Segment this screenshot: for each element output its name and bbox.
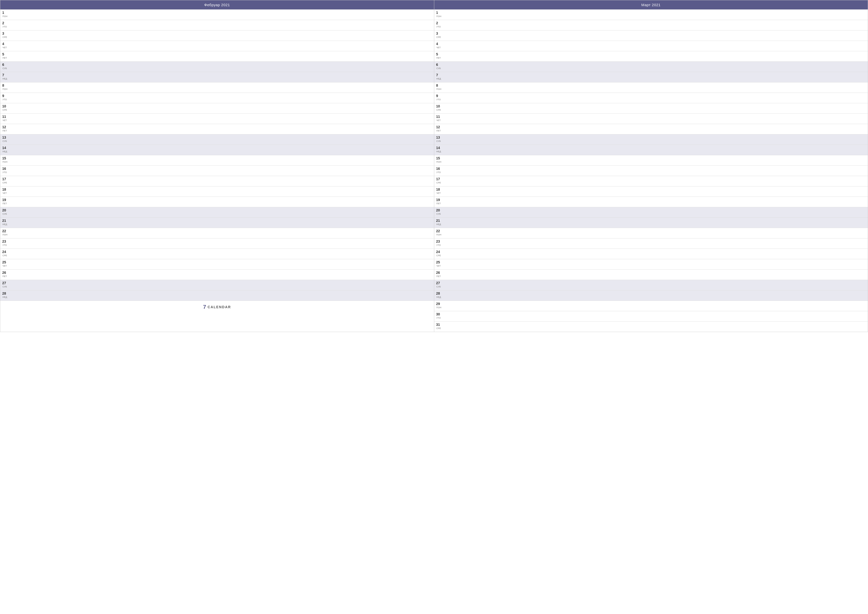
day-cell: 4ЧЕТ (2, 42, 8, 49)
day-row[interactable]: 21НЕД (0, 218, 434, 228)
day-number: 5 (2, 52, 8, 56)
day-row[interactable]: 4ЧЕТ (0, 40, 434, 51)
day-row[interactable]: 25ЧЕТ (0, 259, 434, 269)
day-number: 19 (436, 198, 442, 202)
day-row[interactable]: 9УТО (434, 93, 868, 103)
day-row[interactable]: 1ПОН (434, 9, 868, 20)
day-row[interactable]: 3СРЕ (0, 30, 434, 40)
day-name: УТО (3, 98, 8, 101)
day-name: НЕД (3, 150, 8, 153)
day-row[interactable]: 4ЧЕТ (434, 40, 868, 51)
day-number: 18 (436, 187, 442, 191)
day-row[interactable]: 27СУБ (0, 280, 434, 290)
day-row[interactable]: 23УТО (0, 238, 434, 249)
day-row[interactable]: 22ПОН (0, 228, 434, 238)
day-cell: 20СУБ (436, 208, 442, 215)
day-row[interactable]: 8ПОН (0, 82, 434, 93)
day-cell: 31СРЕ (436, 323, 442, 330)
day-row[interactable]: 16УТО (434, 165, 868, 176)
day-row[interactable]: 6СУБ (0, 61, 434, 72)
day-row[interactable]: 12ПЕТ (0, 124, 434, 134)
day-row[interactable]: 8ПОН (434, 82, 868, 93)
day-name: ПОН (437, 306, 442, 309)
day-row[interactable]: 20СУБ (434, 207, 868, 218)
day-row[interactable]: 17СРЕ (434, 176, 868, 186)
day-row[interactable]: 26ПЕТ (434, 269, 868, 280)
day-row[interactable]: 23УТО (434, 238, 868, 249)
day-row[interactable]: 31СРЕ (434, 321, 868, 332)
day-row[interactable]: 19ПЕТ (434, 197, 868, 207)
day-cell: 13СУБ (436, 135, 442, 142)
day-row[interactable]: 29ПОН (434, 300, 868, 311)
day-row[interactable]: 18ЧЕТ (0, 186, 434, 197)
day-row[interactable]: 10СРЕ (0, 103, 434, 113)
day-row[interactable]: 27СУБ (434, 280, 868, 290)
day-row[interactable]: 5ПЕТ (434, 51, 868, 61)
day-cell: 16УТО (436, 166, 442, 174)
day-name: ПОН (437, 161, 442, 163)
day-row[interactable]: 12ПЕТ (434, 124, 868, 134)
day-row[interactable]: 2УТО (434, 20, 868, 30)
day-row[interactable]: 22ПОН (434, 228, 868, 238)
day-row[interactable]: 24СРЕ (0, 249, 434, 259)
day-row[interactable]: 3СРЕ (434, 30, 868, 40)
day-cell: 15ПОН (2, 156, 8, 163)
day-row[interactable]: 6СУБ (434, 61, 868, 72)
day-row[interactable]: 26ПЕТ (0, 269, 434, 280)
day-row[interactable]: 11ЧЕТ (0, 113, 434, 124)
month-header-mar2021: Март 2021 (434, 0, 868, 9)
day-row[interactable]: 30УТО (434, 311, 868, 321)
day-row[interactable]: 21НЕД (434, 218, 868, 228)
day-name: НЕД (437, 78, 442, 80)
day-cell: 17СРЕ (2, 177, 8, 184)
day-row[interactable]: 1ПОН (0, 9, 434, 20)
day-number: 11 (2, 115, 8, 118)
day-number: 13 (2, 135, 8, 139)
day-number: 10 (2, 104, 8, 108)
day-name: СУБ (3, 67, 8, 70)
day-number: 28 (2, 291, 8, 295)
day-cell: 20СУБ (2, 208, 8, 215)
day-row[interactable]: 25ЧЕТ (434, 259, 868, 269)
day-number: 27 (436, 281, 442, 285)
day-number: 12 (2, 125, 8, 129)
day-number: 24 (2, 250, 8, 254)
day-row[interactable]: 17СРЕ (0, 176, 434, 186)
day-row[interactable]: 16УТО (0, 165, 434, 176)
day-row[interactable]: 9УТО (0, 93, 434, 103)
day-name: СУБ (3, 140, 8, 142)
day-name: УТО (437, 317, 442, 319)
day-row[interactable]: 13СУБ (434, 134, 868, 145)
day-number: 1 (2, 11, 8, 15)
day-row[interactable]: 13СУБ (0, 134, 434, 145)
day-row[interactable]: 7НЕД (0, 72, 434, 82)
day-cell: 23УТО (436, 239, 442, 246)
day-row[interactable]: 11ЧЕТ (434, 113, 868, 124)
day-name: СУБ (437, 140, 442, 142)
day-name: НЕД (3, 223, 8, 225)
day-cell: 13СУБ (2, 135, 8, 142)
day-name: ЧЕТ (3, 192, 8, 194)
day-row[interactable]: 10СРЕ (434, 103, 868, 113)
day-name: ПОН (3, 233, 8, 236)
day-name: ПЕТ (437, 202, 442, 205)
day-row[interactable]: 24СРЕ (434, 249, 868, 259)
day-name: СУБ (3, 213, 8, 215)
day-row[interactable]: 14НЕД (434, 145, 868, 155)
day-row[interactable]: 14НЕД (0, 145, 434, 155)
day-name: СРЕ (3, 36, 8, 38)
day-row[interactable]: 28НЕД (434, 290, 868, 300)
day-row[interactable]: 5ПЕТ (0, 51, 434, 61)
day-row[interactable]: 2УТО (0, 20, 434, 30)
day-row[interactable]: 18ЧЕТ (434, 186, 868, 197)
calendar-brand-footer: 7CALENDAR (0, 300, 434, 313)
day-name: СУБ (437, 67, 442, 70)
day-name: ПОН (3, 15, 8, 17)
day-row[interactable]: 15ПОН (434, 155, 868, 165)
day-name: ПОН (437, 88, 442, 90)
day-row[interactable]: 7НЕД (434, 72, 868, 82)
day-row[interactable]: 15ПОН (0, 155, 434, 165)
day-row[interactable]: 19ПЕТ (0, 197, 434, 207)
day-row[interactable]: 28НЕД (0, 290, 434, 300)
day-row[interactable]: 20СУБ (0, 207, 434, 218)
